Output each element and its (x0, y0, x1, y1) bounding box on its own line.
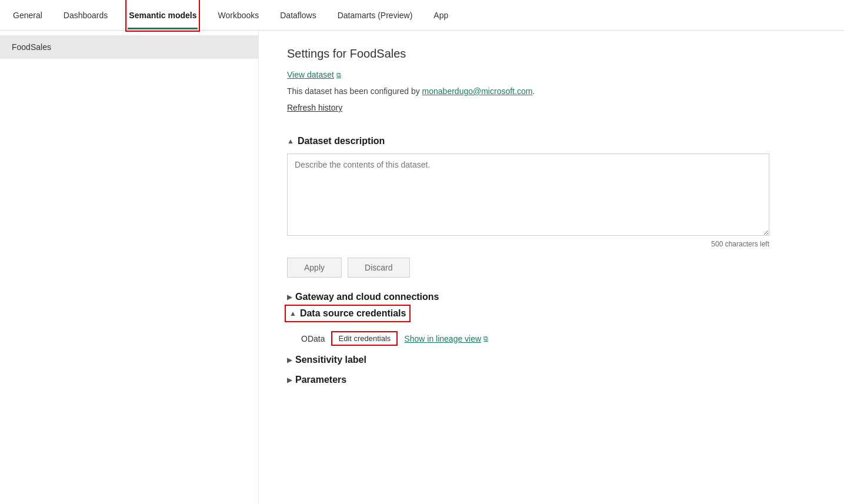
lineage-external-icon: ⧉ (483, 335, 488, 342)
show-lineage-label: Show in lineage view (404, 334, 481, 343)
gateway-section-header[interactable]: ▶ Gateway and cloud connections (287, 292, 816, 302)
dataset-description-label: Dataset description (298, 136, 385, 146)
nav-app[interactable]: App (432, 1, 449, 29)
nav-workbooks[interactable]: Workbooks (216, 1, 260, 29)
discard-button[interactable]: Discard (348, 258, 409, 278)
sidebar: FoodSales (0, 31, 259, 504)
configured-email[interactable]: monaberdugo@microsoft.com (422, 86, 533, 96)
nav-semantic-models[interactable]: Semantic models (128, 1, 198, 29)
datasource-triangle: ▲ (289, 309, 296, 318)
datasource-label: Data source credentials (300, 308, 406, 319)
dataset-description-triangle: ▲ (287, 137, 294, 145)
dataset-description-header[interactable]: ▲ Dataset description (287, 136, 816, 146)
page-title: Settings for FoodSales (287, 47, 816, 61)
char-count: 500 characters left (287, 240, 769, 248)
main-layout: FoodSales Settings for FoodSales View da… (0, 31, 844, 504)
sensitivity-label: Sensitivity label (295, 355, 366, 365)
sensitivity-section-header[interactable]: ▶ Sensitivity label (287, 355, 816, 365)
sidebar-item-foodsales[interactable]: FoodSales (0, 35, 258, 59)
configured-by-text: This dataset has been configured by mona… (287, 86, 816, 96)
external-link-icon: ⧉ (336, 71, 341, 79)
nav-dashboards[interactable]: Dashboards (62, 1, 109, 29)
datasource-header[interactable]: ▲ Data source credentials (287, 307, 408, 320)
main-content: Settings for FoodSales View dataset ⧉ Th… (259, 31, 844, 504)
parameters-triangle: ▶ (287, 376, 292, 384)
nav-general[interactable]: General (12, 1, 44, 29)
view-dataset-link[interactable]: View dataset ⧉ (287, 70, 341, 79)
sensitivity-triangle: ▶ (287, 356, 292, 364)
nav-dataflows[interactable]: Dataflows (279, 1, 317, 29)
top-nav: General Dashboards Semantic models Workb… (0, 0, 844, 31)
show-lineage-link[interactable]: Show in lineage view ⧉ (404, 334, 488, 343)
action-buttons: Apply Discard (287, 258, 816, 278)
nav-datamarts[interactable]: Datamarts (Preview) (336, 1, 414, 29)
edit-credentials-button[interactable]: Edit credentials (332, 332, 397, 345)
gateway-triangle: ▶ (287, 293, 292, 301)
odata-label: OData (301, 334, 325, 343)
odata-row: OData Edit credentials Show in lineage v… (301, 332, 816, 345)
datasource-credentials-section: ▲ Data source credentials OData Edit cre… (287, 307, 816, 345)
refresh-history-link[interactable]: Refresh history (287, 103, 342, 112)
gateway-label: Gateway and cloud connections (295, 292, 439, 302)
parameters-label: Parameters (295, 375, 346, 385)
view-dataset-label: View dataset (287, 70, 334, 79)
dataset-description-textarea[interactable] (287, 153, 769, 236)
apply-button[interactable]: Apply (287, 258, 342, 278)
parameters-section-header[interactable]: ▶ Parameters (287, 375, 816, 385)
